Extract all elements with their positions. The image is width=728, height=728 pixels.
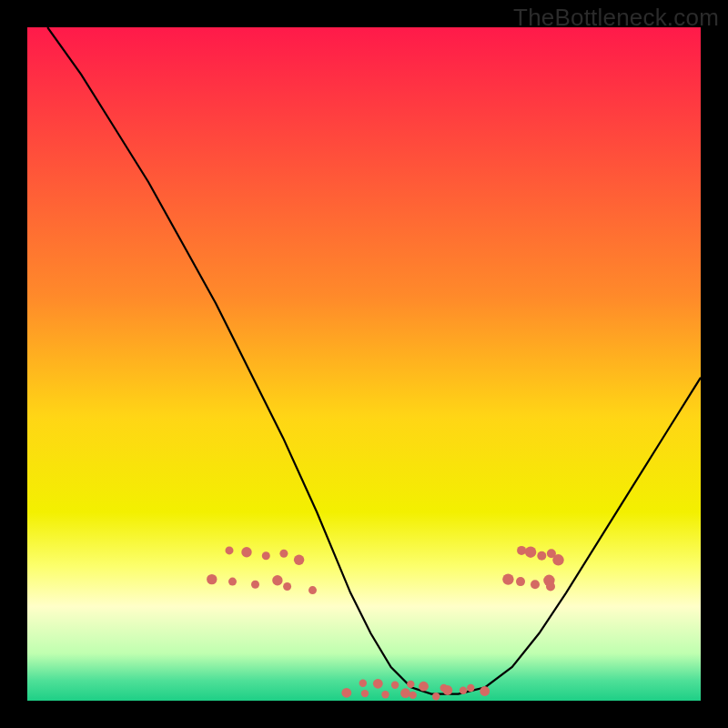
dot [226,546,234,554]
dot [381,691,389,698]
dot [480,686,490,696]
chart-frame: TheBottleneck.com [0,0,728,728]
dot [525,547,536,558]
dot [294,555,304,565]
dot [359,680,367,687]
dot [283,582,291,591]
dot [228,578,237,586]
dot [361,690,369,697]
dot [460,687,467,694]
dot [537,551,546,561]
dot [251,581,259,589]
dot [272,575,282,585]
dot [419,682,429,692]
dot [410,692,417,699]
dot [467,684,474,692]
dot [400,688,410,698]
dot [391,682,399,689]
dot [517,546,526,555]
dot [207,574,217,584]
dot [546,582,555,592]
dot [308,586,317,594]
gradient-background [27,27,701,701]
dot [279,550,288,558]
plot-area [27,27,701,701]
chart-svg [27,27,701,701]
dot [341,688,351,698]
dot [531,580,540,589]
dot [502,573,513,584]
dot [373,679,383,689]
dot [443,685,453,695]
dot [407,681,414,688]
dot [241,547,251,557]
dot [552,554,563,565]
watermark-text: TheBottleneck.com [513,4,719,32]
dot [516,577,525,586]
dot [432,693,440,700]
dot [262,551,270,560]
